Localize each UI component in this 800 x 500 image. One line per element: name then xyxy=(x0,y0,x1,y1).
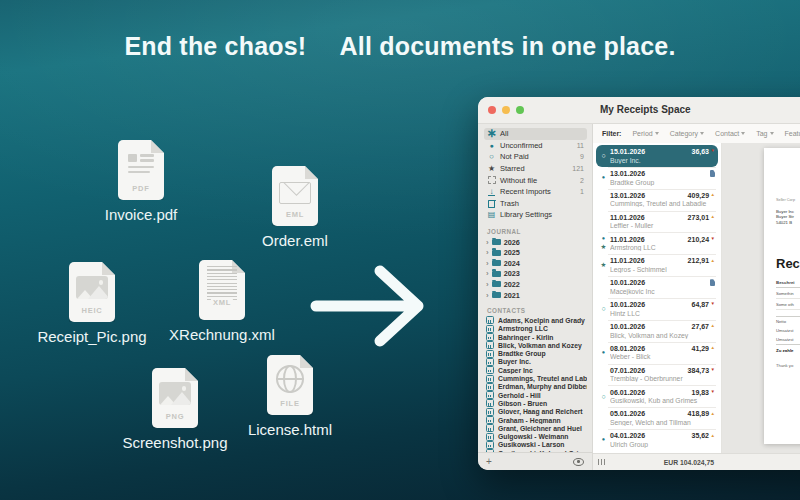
receipt-row[interactable]: 13.01.2026 409,29 Cummings, Treutel and … xyxy=(596,189,718,211)
traffic-lights xyxy=(488,106,524,114)
sidebar-journal-year[interactable]: 2023 xyxy=(484,269,587,280)
receipt-date: 15.01.2026 xyxy=(610,148,645,155)
sidebar-item-count: 11 xyxy=(577,142,584,149)
receipt-amount: 36,63 xyxy=(692,148,710,155)
filter-dropdown[interactable]: Features xyxy=(785,130,800,137)
company-icon xyxy=(486,316,494,324)
sidebar-contact-item[interactable]: Bahringer - Kirlin xyxy=(484,333,587,341)
receipt-row[interactable]: 10.01.2026 64,87 Hintz LLC xyxy=(596,298,718,320)
sidebar-journal-year[interactable]: 2022 xyxy=(484,279,587,290)
sidebar-item[interactable]: Without file 2 xyxy=(484,174,587,186)
sidebar-contact-item[interactable]: Gibson - Bruen xyxy=(484,399,587,407)
receipt-contact: Cummings, Treutel and Labadie xyxy=(610,200,715,207)
year-label: 2023 xyxy=(504,269,520,278)
window-title: My Receipts Space xyxy=(600,104,691,115)
sidebar-contact-item[interactable]: Armstrong LLC xyxy=(484,325,587,333)
sidebar-item-label: Unconfirmed xyxy=(500,141,543,150)
visibility-icon[interactable] xyxy=(573,458,584,466)
receipt-row[interactable]: 05.01.2026 418,89 Senger, Welch and Till… xyxy=(596,407,718,429)
receipt-amount: 210,24 xyxy=(688,236,709,243)
sidebar-item[interactable]: Trash xyxy=(484,198,587,210)
sidebar-contact-item[interactable]: Adams, Koelpin and Grady xyxy=(484,316,587,324)
sidebar-journal-year[interactable]: 2021 xyxy=(484,290,587,301)
year-label: 2021 xyxy=(504,291,520,300)
window-titlebar[interactable]: My Receipts Space xyxy=(478,97,800,124)
receipt-row[interactable]: 15.01.2026 36,63 Buyer Inc. xyxy=(596,145,718,167)
sidebar-item[interactable]: Unconfirmed 11 xyxy=(484,140,587,152)
sidebar-item[interactable]: Not Paid 9 xyxy=(484,151,587,163)
total-amount: EUR 104.024,75 xyxy=(664,459,714,466)
receipt-row[interactable]: 10.01.2026 27,67 Blick, Volkman and Koze… xyxy=(596,320,718,342)
sidebar-contact-item[interactable]: Cummings, Treutel and Labadie xyxy=(484,374,587,382)
sidebar-item[interactable]: Starred 121 xyxy=(484,163,587,175)
receipt-list[interactable]: 15.01.2026 36,63 Buyer Inc. xyxy=(593,143,722,453)
filter-dropdown-label: Contact xyxy=(715,130,739,137)
filter-dropdown[interactable]: Tag xyxy=(756,130,773,137)
sidebar-contact-item[interactable]: Blick, Volkman and Kozey xyxy=(484,341,587,349)
document-preview[interactable]: Seller Corp Buyer Inc Buyer Str 54021 B … xyxy=(764,148,800,444)
amount-marker-icon xyxy=(711,412,715,417)
chevron-right-icon[interactable] xyxy=(486,280,489,289)
chevron-right-icon[interactable] xyxy=(486,291,489,300)
sidebar-item-icon xyxy=(487,152,496,161)
filter-dropdown[interactable]: Period xyxy=(632,130,658,137)
chevron-right-icon[interactable] xyxy=(486,248,489,257)
receipt-row[interactable]: 11.01.2026 210,24 Armstrong LLC xyxy=(596,232,718,254)
sidebar-item[interactable]: Library Settings xyxy=(484,209,587,221)
company-icon xyxy=(486,383,494,391)
close-window-button[interactable] xyxy=(488,106,496,114)
row-status-icon xyxy=(599,152,608,159)
sidebar-contact-item[interactable]: Gerhold - Hill xyxy=(484,391,587,399)
filter-bar: Filter: Period Category Contact xyxy=(593,124,800,143)
receipt-row[interactable]: 13.01.2026 Bradtke Group xyxy=(596,167,718,189)
receipt-row[interactable]: 04.01.2026 35,62 Ulrich Group xyxy=(596,429,718,451)
sidebar-journal-year[interactable]: 2024 xyxy=(484,258,587,269)
filter-dropdown[interactable]: Contact xyxy=(715,130,745,137)
sidebar-item-label: Without file xyxy=(500,176,537,185)
receipt-date: 13.01.2026 xyxy=(610,170,645,177)
preview-vat-line: Umsatzst xyxy=(776,326,800,335)
sort-icon[interactable] xyxy=(598,459,606,465)
minimize-window-button[interactable] xyxy=(502,106,510,114)
sidebar-item-label: Starred xyxy=(500,164,525,173)
amount-marker-icon xyxy=(711,149,715,154)
receipt-amount: 212,91 xyxy=(688,257,709,264)
receipt-row[interactable]: 08.01.2026 41,29 Weber - Blick xyxy=(596,342,718,364)
sidebar-contact-item[interactable]: Gusikowski - Larson xyxy=(484,441,587,449)
app-window: My Receipts Space All Unconfirme xyxy=(478,97,800,470)
sidebar-item[interactable]: All xyxy=(484,128,587,140)
sidebar-contact-item[interactable]: Glover, Haag and Reichert xyxy=(484,408,587,416)
sidebar-journal-year[interactable]: 2025 xyxy=(484,247,587,258)
sidebar-contact-item[interactable]: Graham - Hegmann xyxy=(484,416,587,424)
filter-dropdown-label: Category xyxy=(670,130,698,137)
file-name-label: Receipt_Pic.png xyxy=(37,328,146,345)
preview-thanks-line: Thank yo xyxy=(776,363,800,368)
sidebar-scroll-area[interactable]: All Unconfirmed 11 Not Paid xyxy=(478,124,592,452)
receipt-row[interactable]: 11.01.2026 212,91 Legros - Schimmel xyxy=(596,254,718,276)
receipt-row[interactable]: 10.01.2026 Macejkovic Inc xyxy=(596,276,718,298)
sidebar-contact-item[interactable]: Casper Inc xyxy=(484,366,587,374)
receipt-row[interactable]: 07.01.2026 384,73 Tremblay - Oberbrunner xyxy=(596,364,718,386)
add-button[interactable]: + xyxy=(486,457,492,467)
detail-panel: Seller Corp Buyer Inc Buyer Str 54021 B … xyxy=(722,143,800,453)
receipt-contact: Buyer Inc. xyxy=(610,157,715,164)
receipt-date: 13.01.2026 xyxy=(610,192,645,199)
sidebar-item-count: 9 xyxy=(580,153,584,160)
receipt-contact: Blick, Volkman and Kozey xyxy=(610,332,715,339)
sidebar-contact-item[interactable]: Erdman, Murphy and Dibbert xyxy=(484,383,587,391)
receipt-row[interactable]: 11.01.2026 273,01 Leffler - Muller xyxy=(596,211,718,233)
chevron-right-icon[interactable] xyxy=(486,259,489,268)
sidebar-contact-item[interactable]: Bradtke Group xyxy=(484,350,587,358)
filter-dropdown[interactable]: Category xyxy=(670,130,704,137)
receipt-row[interactable]: 06.01.2026 19,83 Gusikowski, Kub and Gri… xyxy=(596,385,718,407)
sidebar-contact-item[interactable]: Buyer Inc. xyxy=(484,358,587,366)
chevron-right-icon[interactable] xyxy=(486,269,489,278)
sidebar-journal-year[interactable]: 2026 xyxy=(484,237,587,248)
sidebar-contact-item[interactable]: Gulgowski - Weimann xyxy=(484,432,587,440)
sidebar-item[interactable]: Recent Imports 1 xyxy=(484,186,587,198)
zoom-window-button[interactable] xyxy=(516,106,524,114)
journal-section-header: JOURNAL xyxy=(487,228,587,235)
sidebar-contact-item[interactable]: Grant, Gleichner and Huel xyxy=(484,424,587,432)
chevron-right-icon[interactable] xyxy=(486,238,489,247)
company-icon xyxy=(486,399,494,407)
